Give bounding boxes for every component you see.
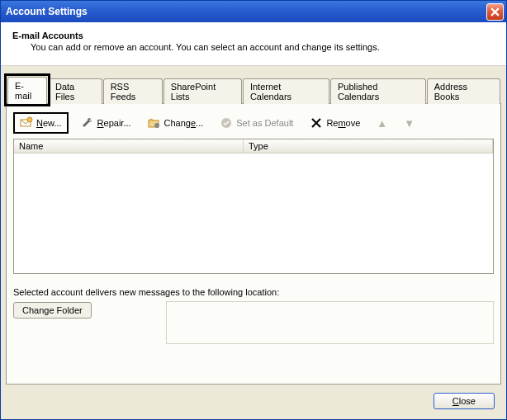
svg-point-1 xyxy=(27,117,32,122)
move-down-button: ▼ xyxy=(400,115,419,132)
tab-data-files[interactable]: Data Files xyxy=(48,78,102,104)
tab-strip: E-mail Data Files RSS Feeds SharePoint L… xyxy=(6,76,501,103)
repair-button[interactable]: Repair... xyxy=(77,114,135,132)
tab-label: Published Calendars xyxy=(338,82,379,101)
set-default-button: Set as Default xyxy=(216,114,297,132)
change-button[interactable]: Change... xyxy=(144,114,208,132)
account-settings-window: Account Settings E-mail Accounts You can… xyxy=(0,0,507,420)
tab-sharepoint-lists[interactable]: SharePoint Lists xyxy=(163,78,242,104)
window-title: Account Settings xyxy=(6,6,486,17)
location-section: Selected account delivers new messages t… xyxy=(13,286,494,344)
tab-email[interactable]: E-mail xyxy=(7,77,47,104)
delete-x-icon xyxy=(310,116,323,130)
tab-label: RSS Feeds xyxy=(111,82,136,101)
tab-area: E-mail Data Files RSS Feeds SharePoint L… xyxy=(1,66,506,385)
location-text: Selected account delivers new messages t… xyxy=(13,286,494,302)
footer: Close xyxy=(1,385,506,419)
change-label: Change... xyxy=(164,118,204,128)
tab-label: Address Books xyxy=(434,82,467,101)
column-name[interactable]: Name xyxy=(14,139,244,153)
arrow-down-icon: ▼ xyxy=(404,117,415,130)
close-icon[interactable] xyxy=(486,3,504,21)
remove-label: Remove xyxy=(326,118,360,128)
account-list: Name Type xyxy=(13,139,494,274)
change-folder-button[interactable]: Change Folder xyxy=(13,302,92,319)
new-button[interactable]: New... xyxy=(13,112,69,134)
new-label: New... xyxy=(36,118,62,128)
check-circle-icon xyxy=(220,116,233,130)
location-panel xyxy=(166,301,494,344)
tab-rss-feeds[interactable]: RSS Feeds xyxy=(103,78,163,104)
remove-button[interactable]: Remove xyxy=(306,114,364,132)
wrench-icon xyxy=(81,116,94,130)
close-label: Close xyxy=(453,396,476,406)
tab-panel: New... Repair... Change... xyxy=(6,103,501,385)
arrow-up-icon: ▲ xyxy=(377,117,387,130)
tutorial-highlight-tab xyxy=(4,73,50,106)
toolbar: New... Repair... Change... xyxy=(13,111,494,139)
move-up-button: ▲ xyxy=(372,115,391,132)
repair-label: Repair... xyxy=(97,118,131,128)
header-panel: E-mail Accounts You can add or remove an… xyxy=(1,22,506,66)
tab-label: SharePoint Lists xyxy=(171,82,216,101)
header-title: E-mail Accounts xyxy=(12,31,495,40)
tab-internet-calendars[interactable]: Internet Calendars xyxy=(243,78,329,104)
titlebar: Account Settings xyxy=(1,1,506,22)
tab-address-books[interactable]: Address Books xyxy=(427,78,500,104)
tab-label: Internet Calendars xyxy=(250,82,291,101)
folder-gear-icon xyxy=(148,116,161,130)
tab-label: E-mail xyxy=(15,81,31,101)
tab-label: Data Files xyxy=(55,82,74,101)
tab-published-calendars[interactable]: Published Calendars xyxy=(330,78,426,104)
svg-point-3 xyxy=(154,123,159,128)
list-body[interactable] xyxy=(14,153,493,273)
header-description: You can add or remove an account. You ca… xyxy=(12,42,495,52)
list-header: Name Type xyxy=(14,139,493,153)
column-type[interactable]: Type xyxy=(244,139,493,153)
set-default-label: Set as Default xyxy=(236,118,293,128)
envelope-new-icon xyxy=(20,116,33,130)
content-area: E-mail Accounts You can add or remove an… xyxy=(1,22,506,419)
close-button[interactable]: Close xyxy=(434,393,495,409)
